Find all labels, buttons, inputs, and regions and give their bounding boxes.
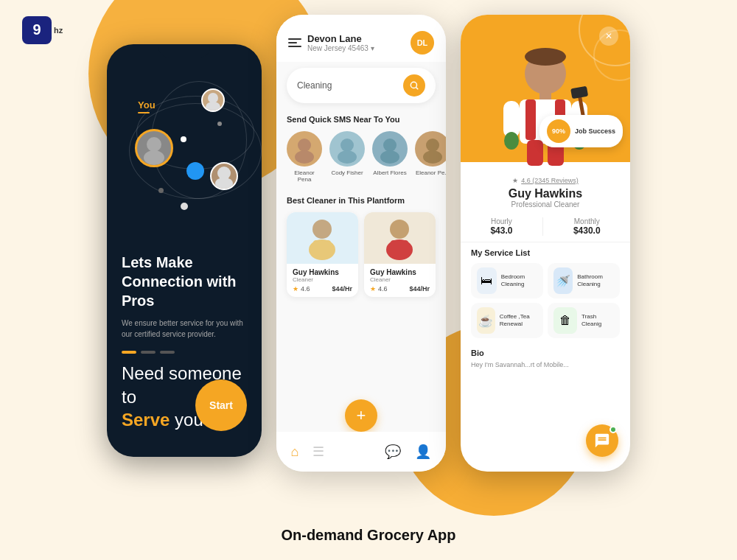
worker-item-4[interactable]: Eleanor Pe... xyxy=(415,131,446,183)
ham-line-2 xyxy=(288,42,297,43)
dot-white-2 xyxy=(181,203,188,210)
phone2-main: Devon Lane New Jersey 45463 ▾ DL Cleanin… xyxy=(276,15,446,472)
hamburger-menu-icon[interactable] xyxy=(288,38,301,47)
profile-rating: ★ 4.6 (2345 Reviews) xyxy=(472,177,618,184)
profile-role: Professional Cleaner xyxy=(472,200,618,209)
dot-inactive-2 xyxy=(160,351,175,354)
service-grid: 🛏 Bedroom Cleaning 🚿 Bathroom Cleaning ☕… xyxy=(471,263,620,338)
phone2-header: Devon Lane New Jersey 45463 ▾ DL xyxy=(276,15,446,62)
svg-point-1 xyxy=(144,150,164,165)
ham-line-1 xyxy=(288,38,301,40)
price-2: $44/Hr xyxy=(409,285,430,293)
phone3-profile: ✕ xyxy=(461,15,630,472)
service-name-3: Trash Cleanig xyxy=(581,313,614,329)
phone3-header-bg: ✕ xyxy=(461,15,630,162)
page-title: On-demand Grocery App xyxy=(0,527,737,544)
svg-point-10 xyxy=(340,139,354,152)
job-success-badge: 90% Job Success xyxy=(539,115,623,147)
svg-point-19 xyxy=(390,220,409,239)
phone1-content: You xyxy=(107,44,262,457)
service-item-0[interactable]: 🛏 Bedroom Cleaning xyxy=(471,263,543,298)
svg-point-9 xyxy=(295,150,314,164)
nav-list-icon[interactable]: ☰ xyxy=(312,444,324,460)
divider xyxy=(542,217,543,236)
search-button[interactable] xyxy=(403,74,425,97)
cleaner-role-1: Cleaner xyxy=(293,276,352,283)
cleaner-img-2 xyxy=(364,212,436,264)
worker-avatar-3 xyxy=(372,131,408,167)
close-button[interactable]: ✕ xyxy=(599,27,618,46)
service-item-1[interactable]: 🚿 Bathroom Cleaning xyxy=(548,263,620,298)
nav-profile-icon[interactable]: 👤 xyxy=(415,444,431,460)
service-list-title: My Service List xyxy=(471,248,620,257)
service-name-1: Bathroom Cleaning xyxy=(577,273,614,289)
svg-rect-34 xyxy=(527,140,543,166)
dot-active xyxy=(122,351,136,354)
worker-avatar-4 xyxy=(415,131,446,167)
user-avatar-header[interactable]: DL xyxy=(411,31,434,55)
svg-point-15 xyxy=(423,150,442,164)
svg-line-7 xyxy=(416,88,419,90)
service-icon-2: ☕ xyxy=(477,307,495,334)
cleaner-person-1 xyxy=(298,214,346,262)
online-indicator xyxy=(609,426,617,433)
service-name-0: Bedroom Cleaning xyxy=(501,273,537,289)
pro-image xyxy=(494,44,597,169)
cleaner-name-2: Guy Hawkins xyxy=(370,268,430,276)
sms-section-title: Send Quick SMS Near To You xyxy=(276,109,446,128)
svg-point-3 xyxy=(206,102,220,111)
bio-text: Hey I'm Savannah...rt of Mobile... xyxy=(471,360,620,370)
bottom-navbar: ⌂ ☰ 💬 👤 xyxy=(276,432,446,472)
worker-item-1[interactable]: Eleanor Pena xyxy=(287,131,322,183)
location-sub: New Jersey 45463 ▾ xyxy=(307,44,405,52)
bio-title: Bio xyxy=(471,349,620,357)
cleaner-rating-1: ★ 4.6 $44/Hr xyxy=(293,285,352,293)
svg-rect-26 xyxy=(525,99,536,140)
worker-name-4: Eleanor Pe... xyxy=(416,169,446,176)
svg-point-2 xyxy=(208,93,218,103)
hourly-value: $43.0 xyxy=(490,225,512,236)
worker-item-2[interactable]: Cody Fisher xyxy=(329,131,365,183)
cleaner-card-2[interactable]: Guy Hawkins Cleaner ★ 4.6 $44/Hr xyxy=(364,212,436,297)
dot-blue-1 xyxy=(186,162,204,180)
nav-chat-icon[interactable]: 💬 xyxy=(385,444,401,460)
dot-gray-1 xyxy=(217,122,222,126)
svg-point-16 xyxy=(312,220,332,239)
orbital-area: You xyxy=(122,74,247,236)
location-sub-text: New Jersey 45463 xyxy=(307,44,368,52)
worker-name-1: Eleanor Pena xyxy=(287,169,322,183)
worker-item-3[interactable]: Albert Flores xyxy=(372,131,408,183)
svg-point-14 xyxy=(426,139,439,152)
add-button[interactable]: + xyxy=(345,399,377,432)
chat-fab-button[interactable] xyxy=(586,424,618,457)
svg-point-13 xyxy=(380,150,399,164)
svg-rect-33 xyxy=(570,86,588,99)
service-item-3[interactable]: 🗑 Trash Cleanig xyxy=(548,303,620,338)
svg-point-5 xyxy=(215,178,233,189)
location-info: Devon Lane New Jersey 45463 ▾ xyxy=(307,33,405,52)
rating-val-1: 4.6 xyxy=(301,285,310,293)
job-success-percent: 90% xyxy=(547,119,570,143)
chat-icon xyxy=(594,433,610,449)
svg-rect-18 xyxy=(313,240,331,255)
cleaner-img-1 xyxy=(287,212,358,264)
phone1-dark: You xyxy=(107,44,262,457)
worker-avatar-1 xyxy=(287,131,322,167)
you-label: You xyxy=(138,99,156,113)
svg-point-6 xyxy=(411,82,416,88)
phone1-bottom: Need someone to Serve you? Start xyxy=(122,362,247,431)
phone1-text-area: Lets Make Connection with Pros We ensure… xyxy=(122,253,247,354)
search-bar[interactable]: Cleaning xyxy=(287,68,436,103)
review-count: 4.6 (2345 Reviews) xyxy=(521,177,579,184)
cleaner-info-1: Guy Hawkins Cleaner ★ 4.6 $44/Hr xyxy=(287,264,358,297)
service-item-2[interactable]: ☕ Coffee ,Tea Renewal xyxy=(471,303,543,338)
cleaner-person-2 xyxy=(376,214,424,262)
star-icon-1: ★ xyxy=(293,285,298,293)
svg-rect-21 xyxy=(391,240,408,255)
cleaner-card-1[interactable]: Guy Hawkins Cleaner ★ 4.6 $44/Hr xyxy=(287,212,358,297)
svg-point-12 xyxy=(383,139,397,152)
svg-point-30 xyxy=(504,132,519,150)
nav-home-icon[interactable]: ⌂ xyxy=(291,444,299,460)
workers-row: Eleanor Pena Cody Fisher Albert Flores E… xyxy=(276,128,446,190)
start-button[interactable]: Start xyxy=(195,379,247,431)
